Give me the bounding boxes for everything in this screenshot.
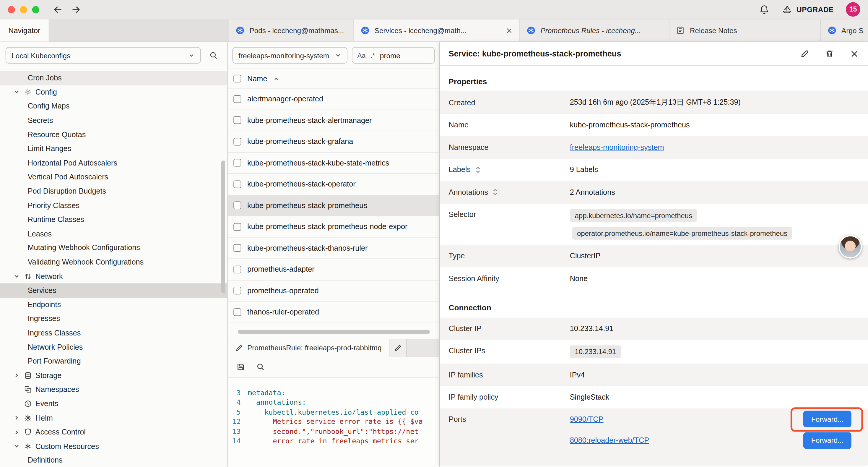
row-checkbox[interactable] xyxy=(234,265,241,273)
table-row[interactable]: kube-prometheus-stack-prometheus-node-ex… xyxy=(228,216,439,238)
sidebar-item-secrets[interactable]: Secrets xyxy=(0,113,227,127)
row-checkbox[interactable] xyxy=(234,223,241,231)
list-search-input[interactable]: Aa .* prome xyxy=(352,47,435,63)
forward-button[interactable]: Forward... xyxy=(804,411,851,428)
port-link[interactable]: 8080:reloader-web/TCP xyxy=(570,436,649,444)
table-row[interactable]: thanos-ruler-operated xyxy=(228,302,439,323)
kubeconfig-selector[interactable]: Local Kubeconfigs xyxy=(6,47,201,63)
chevron-right-icon[interactable] xyxy=(13,415,23,421)
sidebar-item-port-forwarding[interactable]: Port Forwarding xyxy=(0,354,227,368)
next-editor-tab-partial[interactable] xyxy=(390,339,406,357)
tab-argo-s[interactable]: Argo S xyxy=(821,20,868,42)
expand-collapse-icon[interactable] xyxy=(492,188,498,196)
port-link[interactable]: 9090/TCP xyxy=(570,415,603,423)
sidebar-search-icon[interactable] xyxy=(205,47,222,63)
tab-services-icecheng-math[interactable]: Services - icecheng@math... xyxy=(354,20,520,42)
fullscreen-window-button[interactable] xyxy=(32,6,39,13)
pencil-icon xyxy=(394,344,402,352)
row-checkbox[interactable] xyxy=(234,138,241,145)
row-checkbox[interactable] xyxy=(234,116,241,124)
sidebar-item-namespaces[interactable]: Namespaces xyxy=(0,382,227,397)
expand-collapse-icon[interactable] xyxy=(474,166,481,174)
sidebar-item-config-maps[interactable]: Config Maps xyxy=(0,99,227,114)
row-checkbox[interactable] xyxy=(234,308,241,316)
close-window-button[interactable] xyxy=(8,6,15,13)
sidebar-item-limit-ranges[interactable]: Limit Ranges xyxy=(0,142,227,156)
edit-icon[interactable] xyxy=(800,49,809,59)
sidebar-item-validating-webhook-configurations[interactable]: Validating Webhook Configurations xyxy=(0,255,227,269)
table-row[interactable]: prometheus-operated xyxy=(228,280,439,301)
forward-icon[interactable] xyxy=(71,4,82,15)
row-checkbox[interactable] xyxy=(234,159,241,167)
row-checkbox[interactable] xyxy=(234,202,241,209)
prometheusrule-editor-tab[interactable]: PrometheusRule: freeleaps-prod-rabbitmq xyxy=(228,339,389,357)
port-line: 9090/TCPForward... xyxy=(570,408,859,430)
table-row[interactable]: kube-prometheus-stack-grafana xyxy=(228,131,439,152)
close-tab-icon[interactable] xyxy=(505,27,513,34)
table-row[interactable]: prometheus-adapter xyxy=(228,259,439,280)
sidebar-item-runtime-classes[interactable]: Runtime Classes xyxy=(0,212,227,227)
row-checkbox[interactable] xyxy=(234,95,241,103)
sidebar-item-network-policies[interactable]: Network Policies xyxy=(0,340,227,354)
table-row[interactable]: kube-prometheus-stack-prometheus xyxy=(228,195,439,216)
sidebar-item-leases[interactable]: Leases xyxy=(0,227,227,241)
sidebar-item-endpoints[interactable]: Endpoints xyxy=(0,297,227,312)
table-row[interactable]: kube-prometheus-stack-thanos-ruler xyxy=(228,238,439,259)
regex-toggle[interactable]: .* xyxy=(370,52,375,59)
row-checkbox[interactable] xyxy=(234,244,241,252)
name-column-header[interactable]: Name xyxy=(247,75,267,83)
forward-button[interactable]: Forward... xyxy=(804,432,851,449)
yaml-editor[interactable]: 3metadata:4 annotations:5 kubectl.kubern… xyxy=(228,378,439,467)
chevron-right-icon[interactable] xyxy=(13,429,23,435)
minimize-window-button[interactable] xyxy=(20,6,27,13)
chevron-down-icon[interactable] xyxy=(13,443,23,449)
table-row[interactable]: alertmanager-operated xyxy=(228,89,439,110)
table-row[interactable]: kube-prometheus-stack-operator xyxy=(228,174,439,195)
sidebar-item-network[interactable]: Network xyxy=(0,269,227,284)
delete-icon[interactable] xyxy=(825,49,834,59)
table-row[interactable]: kube-prometheus-stack-alertmanager xyxy=(228,110,439,131)
sidebar-item-definitions[interactable]: Definitions xyxy=(0,454,227,467)
tab-pods-icecheng-mathmas[interactable]: Pods - icecheng@mathmas... xyxy=(229,20,354,42)
sidebar-item-vertical-pod-autoscalers[interactable]: Vertical Pod Autoscalers xyxy=(0,170,227,184)
sidebar-scrollbar[interactable] xyxy=(221,160,225,293)
sidebar-item-custom-resources[interactable]: Custom Resources xyxy=(0,439,227,454)
namespace-selector[interactable]: freeleaps-monitoring-system xyxy=(232,47,347,63)
sort-ascending-icon[interactable] xyxy=(273,76,279,82)
sidebar-item-ingresses[interactable]: Ingresses xyxy=(0,312,227,326)
editor-search-icon[interactable] xyxy=(256,362,265,371)
sidebar-item-access-control[interactable]: Access Control xyxy=(0,425,227,439)
match-case-toggle[interactable]: Aa xyxy=(358,52,366,59)
select-all-checkbox[interactable] xyxy=(234,75,241,83)
close-icon[interactable] xyxy=(850,49,859,59)
sidebar-item-events[interactable]: Events xyxy=(0,397,227,411)
sidebar-item-pod-disruption-budgets[interactable]: Pod Disruption Budgets xyxy=(0,184,227,198)
sidebar-item-horizontal-pod-autoscalers[interactable]: Horizontal Pod Autoscalers xyxy=(0,156,227,170)
sidebar-item-cron-jobs[interactable]: Cron Jobs xyxy=(0,71,227,85)
chevron-down-icon[interactable] xyxy=(13,273,23,279)
tab-release-notes[interactable]: Release Notes xyxy=(670,20,821,42)
sidebar-item-services[interactable]: Services xyxy=(0,284,227,298)
navigator-tab[interactable]: Navigator xyxy=(0,20,49,42)
upgrade-button[interactable]: UPGRADE xyxy=(782,4,834,15)
chevron-down-icon[interactable] xyxy=(13,89,23,95)
row-checkbox[interactable] xyxy=(234,287,241,294)
notification-count-badge[interactable]: 15 xyxy=(846,2,860,17)
table-row[interactable]: kube-prometheus-stack-kube-state-metrics xyxy=(228,152,439,174)
tab-prometheus-rules-icecheng[interactable]: Prometheus Rules - icecheng... xyxy=(520,20,670,42)
horizontal-scrollbar[interactable] xyxy=(238,329,434,333)
sidebar-item-resource-quotas[interactable]: Resource Quotas xyxy=(0,127,227,142)
sidebar-item-ingress-classes[interactable]: Ingress Classes xyxy=(0,326,227,340)
namespace-link[interactable]: freeleaps-monitoring-system xyxy=(570,143,664,152)
sidebar-item-config[interactable]: Config xyxy=(0,85,227,99)
row-checkbox[interactable] xyxy=(234,180,241,188)
back-icon[interactable] xyxy=(53,4,63,15)
sidebar-item-mutating-webhook-configurations[interactable]: Mutating Webhook Configurations xyxy=(0,241,227,255)
sidebar-item-priority-classes[interactable]: Priority Classes xyxy=(0,198,227,212)
save-icon[interactable] xyxy=(236,362,245,371)
notifications-bell-icon[interactable] xyxy=(759,4,770,15)
floating-avatar[interactable] xyxy=(839,235,862,259)
sidebar-item-storage[interactable]: Storage xyxy=(0,368,227,382)
sidebar-item-helm[interactable]: Helm xyxy=(0,411,227,425)
chevron-right-icon[interactable] xyxy=(13,372,23,379)
